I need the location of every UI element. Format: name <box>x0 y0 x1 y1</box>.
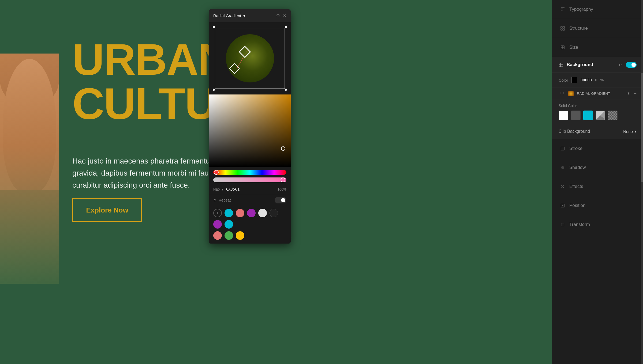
corner-bl[interactable] <box>213 89 215 91</box>
structure-label: Structure <box>569 26 588 31</box>
background-toggle[interactable] <box>626 62 637 68</box>
hex-label[interactable]: HEX ▾ <box>213 187 223 191</box>
swatch-green[interactable] <box>225 231 233 240</box>
typography-icon <box>560 6 566 12</box>
cta-button[interactable]: Explore Now <box>72 198 142 222</box>
color-num-value: 0 <box>595 78 597 82</box>
minus-icon[interactable]: − <box>634 91 637 96</box>
structure-item[interactable]: Structure <box>552 19 643 38</box>
shadow-item[interactable]: Shadow <box>552 158 643 177</box>
bb-left <box>215 28 215 89</box>
color-gradient-area[interactable] <box>209 94 291 167</box>
repeat-toggle[interactable] <box>275 197 286 203</box>
swatch-teal-active[interactable] <box>583 111 593 120</box>
effects-section: Effects <box>552 177 643 196</box>
undo-icon[interactable]: ↩ <box>619 62 622 67</box>
typography-label: Typography <box>569 7 593 12</box>
color-swatch-small[interactable] <box>571 77 577 83</box>
picker-title-text: Radial Gradient <box>213 13 241 18</box>
gradient-circle <box>226 34 274 82</box>
hex-input[interactable] <box>226 187 275 191</box>
bb-bottom <box>215 88 285 89</box>
swatches-row-1: + <box>209 206 291 231</box>
solid-color-section: Solid Color <box>552 100 643 124</box>
swatch-medium-gray[interactable] <box>571 111 581 120</box>
typography-section: Typography <box>552 0 643 19</box>
svg-rect-1 <box>561 7 565 8</box>
svg-rect-7 <box>561 29 562 30</box>
scrollbar-track <box>641 0 643 364</box>
color-hex-value: 00000 <box>581 78 592 82</box>
swatch-yellow[interactable] <box>236 231 244 240</box>
picker-title-dropdown[interactable]: Radial Gradient ▾ <box>213 13 245 18</box>
eye-icon[interactable]: 👁 <box>627 92 630 96</box>
reset-icon[interactable]: ⊙ <box>276 13 280 18</box>
size-icon <box>560 44 566 50</box>
hue-thumb[interactable] <box>214 170 219 175</box>
svg-rect-3 <box>561 10 564 10</box>
swatch-teal2[interactable] <box>225 220 233 229</box>
hue-slider[interactable] <box>213 170 286 175</box>
hue-slider-container <box>209 167 291 184</box>
alpha-thumb[interactable] <box>281 177 285 182</box>
solid-color-label: Solid Color <box>559 104 637 108</box>
repeat-row: ↻ Repeat <box>209 194 291 206</box>
gradient-layer-row: ⋮⋮ RADIAL GRADIENT 👁 − <box>552 88 643 100</box>
stroke-section: Stroke <box>552 139 643 158</box>
effects-icon <box>560 184 566 189</box>
add-swatch-button[interactable]: + <box>213 209 222 217</box>
svg-point-16 <box>562 205 563 206</box>
chevron-clip-icon: ▾ <box>634 129 637 134</box>
svg-rect-5 <box>561 26 562 28</box>
clip-background-dropdown[interactable]: None ▾ <box>623 129 637 134</box>
portrait-photo <box>0 54 59 284</box>
shadow-label: Shadow <box>569 165 586 170</box>
corner-tl[interactable] <box>213 26 215 28</box>
swatch-light-gray[interactable] <box>258 209 267 217</box>
position-label: Position <box>569 203 585 208</box>
swatch-teal[interactable] <box>225 209 233 217</box>
swatches-row-2 <box>209 231 291 244</box>
svg-rect-13 <box>561 147 565 150</box>
corner-br[interactable] <box>285 89 287 91</box>
close-icon[interactable]: ✕ <box>283 13 286 18</box>
background-title: Background <box>559 62 593 67</box>
gradient-layer-label: RADIAL GRADIENT <box>577 92 623 96</box>
position-section: Position <box>552 196 643 215</box>
gradient-line <box>226 34 274 82</box>
stroke-item[interactable]: Stroke <box>552 139 643 158</box>
shadow-section: Shadow <box>552 158 643 177</box>
size-label: Size <box>569 45 578 50</box>
jacket <box>0 190 59 284</box>
size-item[interactable]: Size <box>552 38 643 57</box>
svg-rect-6 <box>563 26 565 28</box>
swatch-purple2[interactable] <box>213 220 222 229</box>
color-percent-value: % <box>600 78 604 82</box>
transform-icon <box>560 222 566 228</box>
effects-item[interactable]: Effects <box>552 177 643 196</box>
background-header: Background ↩ <box>552 57 643 73</box>
swatch-red2[interactable] <box>213 231 222 240</box>
alpha-slider[interactable] <box>213 177 286 182</box>
position-item[interactable]: Position <box>552 196 643 215</box>
transform-item[interactable]: Transform <box>552 215 643 234</box>
gradient-preview <box>209 22 291 94</box>
picker-header: Radial Gradient ▾ ⊙ ✕ <box>209 9 291 22</box>
stroke-label: Stroke <box>569 146 582 151</box>
bb-right <box>285 28 285 89</box>
typography-item[interactable]: Typography <box>552 0 643 19</box>
svg-rect-12 <box>559 63 563 67</box>
opacity-value: 100% <box>278 187 286 191</box>
swatch-white[interactable] <box>559 111 568 120</box>
picker-header-icons: ⊙ ✕ <box>276 13 286 18</box>
transform-section: Transform <box>552 215 643 234</box>
corner-tr[interactable] <box>285 26 287 28</box>
swatch-gradient-grey[interactable] <box>596 111 605 120</box>
swatch-coral[interactable] <box>236 209 244 217</box>
swatch-image[interactable] <box>608 111 618 120</box>
swatch-dark[interactable] <box>270 209 278 217</box>
color-picker-panel: Radial Gradient ▾ ⊙ ✕ <box>209 9 291 244</box>
scrollbar-thumb[interactable] <box>641 73 643 182</box>
solid-color-swatches <box>559 111 637 120</box>
swatch-purple[interactable] <box>247 209 256 217</box>
